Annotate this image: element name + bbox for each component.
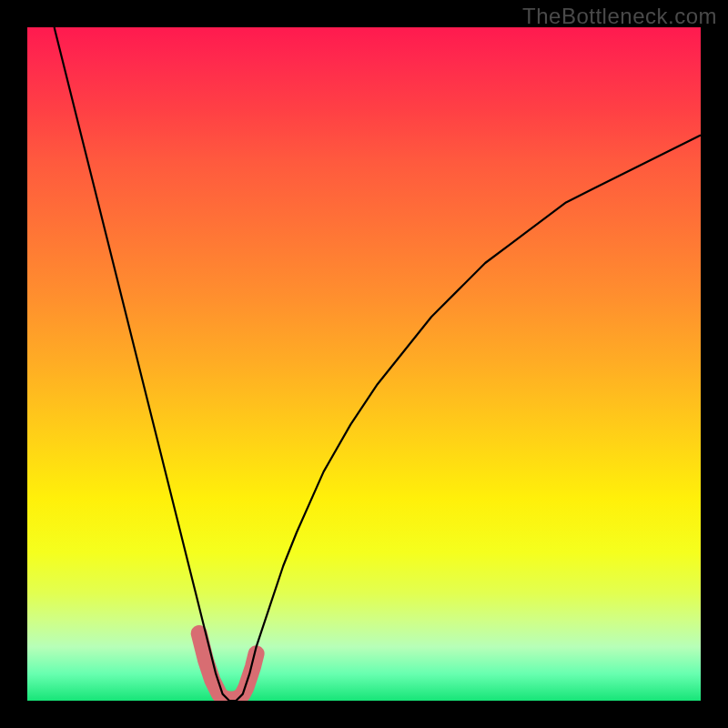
watermark-text: TheBottleneck.com <box>522 4 717 29</box>
bottleneck-curve <box>55 27 701 701</box>
chart-frame: TheBottleneck.com <box>0 0 728 728</box>
plot-area <box>27 27 701 701</box>
curve-layer <box>27 27 701 701</box>
